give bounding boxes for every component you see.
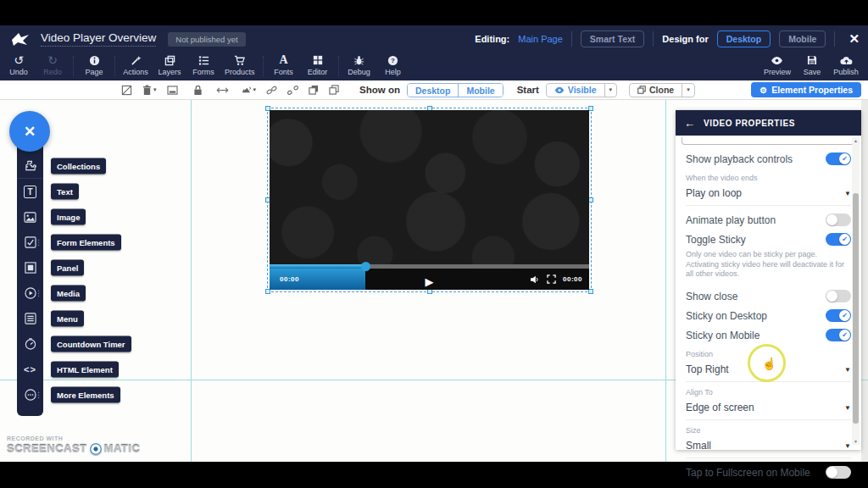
debug-button[interactable]: Debug: [342, 53, 376, 77]
gear-icon: ⚙: [760, 86, 767, 95]
show-on-desktop-button[interactable]: Desktop: [408, 84, 458, 97]
play-icon[interactable]: ▶: [426, 276, 434, 287]
sticky-on-mobile-toggle[interactable]: ✔: [826, 329, 851, 341]
bring-forward-icon[interactable]: [309, 85, 319, 95]
clock-icon: [25, 338, 36, 350]
page-button[interactable]: Page: [77, 53, 111, 77]
align-to-dropdown[interactable]: Edge of screen ▼: [686, 398, 851, 420]
volume-icon[interactable]: [530, 275, 540, 284]
visibility-caret-icon[interactable]: ▾: [604, 84, 617, 97]
sidebar-item-more-elements[interactable]: ⋮ More Elements: [17, 382, 43, 408]
divider: [834, 31, 835, 47]
flip-caret-icon[interactable]: ▾: [253, 86, 257, 93]
start-label: Start: [517, 85, 539, 95]
chevron-down-icon: ▼: [844, 366, 851, 374]
clear-style-icon[interactable]: [121, 85, 132, 96]
sidebar-item-html-element[interactable]: <> HTML Element: [17, 357, 43, 382]
video-properties-panel: ← VIDEO PROPERTIES Show playback control…: [676, 110, 861, 450]
publish-button[interactable]: Publish: [829, 53, 863, 77]
link-icon[interactable]: [266, 85, 277, 96]
current-time: 00:00: [280, 275, 299, 283]
sidebar-item-panel[interactable]: Panel: [17, 255, 43, 280]
preview-button[interactable]: Preview: [760, 53, 795, 77]
page-title[interactable]: Video Player Overview: [41, 31, 156, 47]
sidebar-item-menu[interactable]: Menu: [17, 306, 43, 331]
seek-handle[interactable]: [361, 262, 370, 271]
menu-icon: [25, 313, 36, 324]
visibility-dropdown[interactable]: Visible ▾: [546, 83, 617, 97]
fullscreen-icon[interactable]: [547, 274, 556, 284]
toggle-sticky-toggle[interactable]: ✔: [826, 233, 851, 246]
editing-page-link[interactable]: Main Page: [518, 34, 563, 44]
show-close-row: Show close ✔: [676, 287, 861, 305]
close-icon[interactable]: ✕: [849, 31, 860, 47]
scroll-up-icon[interactable]: ▲: [852, 138, 860, 143]
page-scroll-gutter[interactable]: [861, 100, 868, 462]
editor-grid-icon: [313, 54, 323, 66]
delete-caret-icon[interactable]: ▾: [153, 86, 157, 93]
video-ends-dropdown[interactable]: Play on loop ▼: [686, 184, 851, 206]
hand-cursor-icon: ☝: [762, 357, 776, 370]
tap-fullscreen-toggle[interactable]: ✔: [826, 466, 851, 479]
flip-icon[interactable]: [241, 86, 252, 95]
back-arrow-icon[interactable]: ←: [684, 117, 695, 130]
video-control-bar: 00:00 ▶ 00:00: [270, 264, 589, 290]
code-icon: <>: [24, 364, 36, 374]
products-button[interactable]: Products: [220, 53, 259, 77]
video-player-element[interactable]: 00:00 ▶ 00:00: [270, 110, 589, 290]
redo-button[interactable]: ↻ Redo: [36, 53, 70, 77]
scroll-down-icon[interactable]: ▼: [852, 439, 860, 444]
image-icon: [24, 212, 36, 223]
resize-horizontal-icon[interactable]: [216, 86, 229, 94]
close-elements-fab[interactable]: ✕: [9, 111, 50, 152]
sidebar-item-image[interactable]: Image: [17, 204, 43, 230]
size-dropdown[interactable]: Small ▼: [686, 436, 851, 458]
duplicate-icon[interactable]: [329, 85, 339, 95]
sidebar-item-form-elements[interactable]: ⋮ Form Elements: [17, 230, 43, 255]
sidebar-item-media[interactable]: ⋮ Media: [17, 280, 43, 306]
design-desktop-button[interactable]: Desktop: [717, 30, 771, 47]
animate-play-button-toggle[interactable]: ✔: [826, 214, 851, 226]
smart-text-button[interactable]: Smart Text: [581, 30, 645, 47]
element-properties-button[interactable]: ⚙ Element Properties: [751, 82, 861, 97]
context-toolbar: ▾ ▾ Show on Desktop Mobile Start Visible…: [0, 80, 868, 100]
panel-layout-icon[interactable]: [167, 86, 178, 95]
clone-caret-icon[interactable]: ▾: [682, 84, 694, 97]
show-close-toggle[interactable]: ✔: [826, 290, 851, 302]
elapsed-section: 00:00: [270, 269, 365, 290]
sidebar-item-text[interactable]: T Text: [17, 179, 43, 204]
editor-button[interactable]: Editor: [301, 53, 335, 77]
panel-scrollbar[interactable]: ▲ ▼: [852, 137, 860, 445]
chevron-down-icon: ▼: [844, 404, 851, 412]
divider: [338, 56, 339, 76]
clone-dropdown[interactable]: Clone ▾: [629, 83, 695, 97]
forms-button[interactable]: Forms: [186, 53, 220, 77]
save-button[interactable]: Save: [795, 53, 829, 77]
layers-button[interactable]: Layers: [153, 53, 186, 77]
actions-button[interactable]: Actions: [119, 53, 153, 77]
magic-wand-icon: [131, 54, 142, 66]
delete-icon[interactable]: [142, 85, 152, 96]
sticky-on-desktop-toggle[interactable]: ✔: [826, 309, 851, 322]
unlink-icon[interactable]: [287, 85, 298, 96]
divider: [653, 31, 654, 47]
sidebar-item-collections[interactable]: Collections: [17, 153, 43, 179]
design-mobile-button[interactable]: Mobile: [779, 30, 826, 47]
show-on-mobile-button[interactable]: Mobile: [458, 84, 502, 97]
show-playback-controls-toggle[interactable]: ✔: [826, 152, 851, 165]
screencast-o-matic-logo-icon: [90, 443, 102, 455]
seek-bar-fill: [270, 264, 365, 269]
clipped-input-field[interactable]: [682, 137, 855, 145]
lock-icon[interactable]: [193, 85, 203, 96]
sidebar-item-countdown-timer[interactable]: Countdown Timer: [17, 331, 43, 357]
scrollbar-thumb[interactable]: [853, 193, 859, 424]
total-time: 00:00: [563, 275, 582, 283]
editor-canvas[interactable]: ✕ Collections T Text Image ⋮ Form Elemen…: [0, 100, 868, 462]
fonts-button[interactable]: A Fonts: [267, 53, 301, 77]
undo-button[interactable]: ↺ Undo: [2, 53, 36, 77]
help-button[interactable]: ? Help: [376, 53, 410, 77]
divider: [114, 56, 115, 76]
panel-title: VIDEO PROPERTIES: [704, 119, 795, 128]
show-on-label: Show on: [359, 85, 400, 95]
letterbox-top: [0, 0, 868, 25]
